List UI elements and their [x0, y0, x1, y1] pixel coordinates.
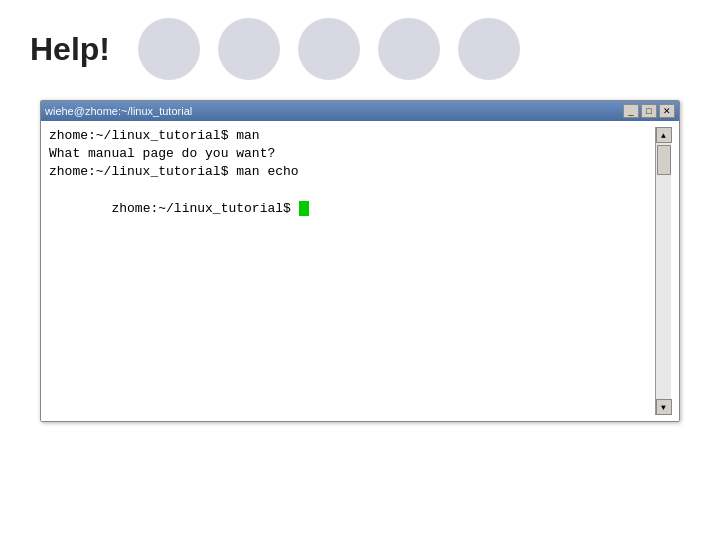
scrollbar-up-arrow[interactable]: ▲: [656, 127, 672, 143]
close-button[interactable]: ✕: [659, 104, 675, 118]
maximize-button[interactable]: □: [641, 104, 657, 118]
header: Help!: [0, 0, 720, 90]
terminal-controls: _ □ ✕: [623, 104, 675, 118]
decorative-circle-4: [378, 18, 440, 80]
decorative-circle-2: [218, 18, 280, 80]
terminal-titlebar: wiehe@zhome:~/linux_tutorial _ □ ✕: [41, 101, 679, 121]
scrollbar-down-arrow[interactable]: ▼: [656, 399, 672, 415]
terminal-body: zhome:~/linux_tutorial$ man What manual …: [41, 121, 679, 421]
minimize-button[interactable]: _: [623, 104, 639, 118]
terminal-window: wiehe@zhome:~/linux_tutorial _ □ ✕ zhome…: [40, 100, 680, 422]
terminal-line-3: zhome:~/linux_tutorial$ man echo: [49, 163, 655, 181]
decorative-circle-1: [138, 18, 200, 80]
decorative-circle-3: [298, 18, 360, 80]
terminal-line-2: What manual page do you want?: [49, 145, 655, 163]
terminal-cursor: [299, 201, 309, 216]
page-title: Help!: [30, 31, 110, 68]
scrollbar-track: [656, 143, 671, 399]
terminal-content[interactable]: zhome:~/linux_tutorial$ man What manual …: [49, 127, 655, 415]
terminal-line-1: zhome:~/linux_tutorial$ man: [49, 127, 655, 145]
terminal-title: wiehe@zhome:~/linux_tutorial: [45, 105, 192, 117]
terminal-scrollbar: ▲ ▼: [655, 127, 671, 415]
terminal-line-4: zhome:~/linux_tutorial$: [49, 182, 655, 237]
decorative-circle-5: [458, 18, 520, 80]
scrollbar-thumb[interactable]: [657, 145, 671, 175]
terminal-prompt-4: zhome:~/linux_tutorial$: [111, 201, 298, 216]
